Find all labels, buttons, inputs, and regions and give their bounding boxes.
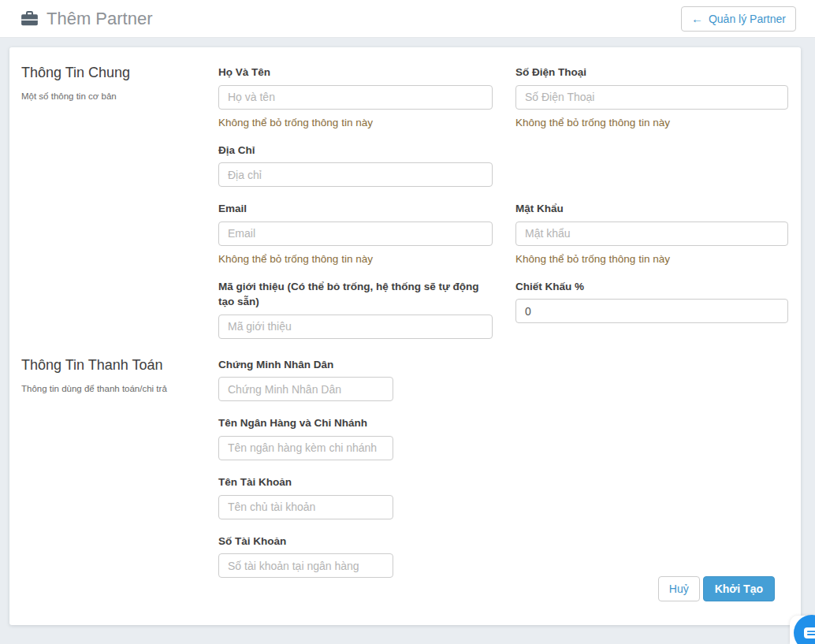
payment-section-subtitle: Thông tin dùng để thanh toán/chi trả — [21, 383, 207, 395]
discount-label: Chiết Khấu % — [515, 279, 788, 295]
email-required-note: Không thể bỏ trống thông tin này — [218, 253, 493, 265]
manage-partner-button[interactable]: ← Quản lý Partner — [681, 6, 796, 32]
payment-section-info: Thông Tin Thanh Toán Thông tin dùng để t… — [21, 357, 218, 395]
chat-bubble-icon — [803, 627, 815, 639]
address-label: Địa Chỉ — [218, 143, 493, 158]
top-header-bar: Thêm Partner ← Quản lý Partner — [0, 0, 815, 38]
full-name-required-note: Không thể bỏ trống thông tin này — [218, 117, 493, 128]
general-section-info: Thông Tin Chung Một số thông tin cơ bản — [21, 65, 218, 102]
address-group: Địa Chỉ — [218, 143, 493, 188]
referral-code-input[interactable] — [218, 315, 493, 339]
phone-required-note: Không thể bỏ trống thông tin này — [515, 117, 788, 128]
email-label: Email — [218, 201, 493, 217]
password-label: Mật Khẩu — [515, 201, 788, 217]
address-input[interactable] — [218, 162, 493, 187]
bank-name-input[interactable] — [218, 436, 393, 460]
general-fields-grid: Họ Và Tên Không thể bỏ trống thông tin n… — [218, 65, 788, 353]
email-input[interactable] — [218, 221, 493, 246]
referral-code-group: Mã giới thiệu (Có thể bỏ trống, hệ thống… — [218, 279, 493, 339]
account-name-input[interactable] — [218, 495, 393, 519]
referral-code-label: Mã giới thiệu (Có thể bỏ trống, hệ thống… — [218, 279, 493, 310]
password-input[interactable] — [515, 221, 788, 246]
id-card-input[interactable] — [218, 377, 393, 401]
phone-label: Số Điện Thoại — [515, 65, 788, 80]
payment-fields-column: Chứng Minh Nhân Dân Tên Ngân Hàng và Chi… — [218, 357, 393, 592]
discount-input[interactable] — [515, 299, 788, 323]
full-name-input[interactable] — [218, 85, 493, 110]
bank-name-label: Tên Ngân Hàng và Chi Nhánh — [218, 415, 393, 431]
full-name-group: Họ Và Tên Không thể bỏ trống thông tin n… — [218, 65, 493, 128]
account-number-label: Số Tài Khoản — [218, 534, 393, 549]
account-number-input[interactable] — [218, 553, 393, 578]
manage-partner-button-label: Quản lý Partner — [709, 13, 786, 25]
page-title-text: Thêm Partner — [47, 9, 153, 29]
password-group: Mật Khẩu Không thể bỏ trống thông tin nà… — [515, 201, 788, 265]
general-section-subtitle: Một số thông tin cơ bản — [21, 91, 207, 102]
back-arrow-icon: ← — [691, 13, 703, 24]
account-name-label: Tên Tài Khoản — [218, 475, 393, 490]
phone-input[interactable] — [515, 85, 788, 110]
submit-button[interactable]: Khởi Tạo — [703, 576, 775, 601]
password-required-note: Không thể bỏ trống thông tin này — [515, 253, 788, 265]
full-name-label: Họ Và Tên — [218, 65, 493, 80]
add-partner-form-card: Thông Tin Chung Một số thông tin cơ bản … — [9, 47, 801, 625]
discount-group: Chiết Khấu % — [515, 279, 788, 339]
bank-name-group: Tên Ngân Hàng và Chi Nhánh — [218, 415, 393, 460]
account-number-group: Số Tài Khoản — [218, 534, 393, 579]
phone-group: Số Điện Thoại Không thể bỏ trống thông t… — [515, 65, 788, 128]
id-card-label: Chứng Minh Nhân Dân — [218, 357, 393, 373]
payment-info-section: Thông Tin Thanh Toán Thông tin dùng để t… — [21, 357, 789, 592]
general-info-section: Thông Tin Chung Một số thông tin cơ bản … — [21, 65, 789, 353]
payment-section-title: Thông Tin Thanh Toán — [21, 357, 207, 374]
grid-spacer — [515, 143, 788, 202]
briefcase-icon — [21, 11, 38, 26]
cancel-button[interactable]: Huỷ — [658, 576, 700, 601]
form-footer: Huỷ Khởi Tạo — [658, 576, 775, 601]
id-card-group: Chứng Minh Nhân Dân — [218, 357, 393, 402]
page-title: Thêm Partner — [21, 9, 153, 29]
general-section-title: Thông Tin Chung — [21, 65, 207, 81]
account-name-group: Tên Tài Khoản — [218, 475, 393, 519]
email-group: Email Không thể bỏ trống thông tin này — [218, 201, 493, 265]
